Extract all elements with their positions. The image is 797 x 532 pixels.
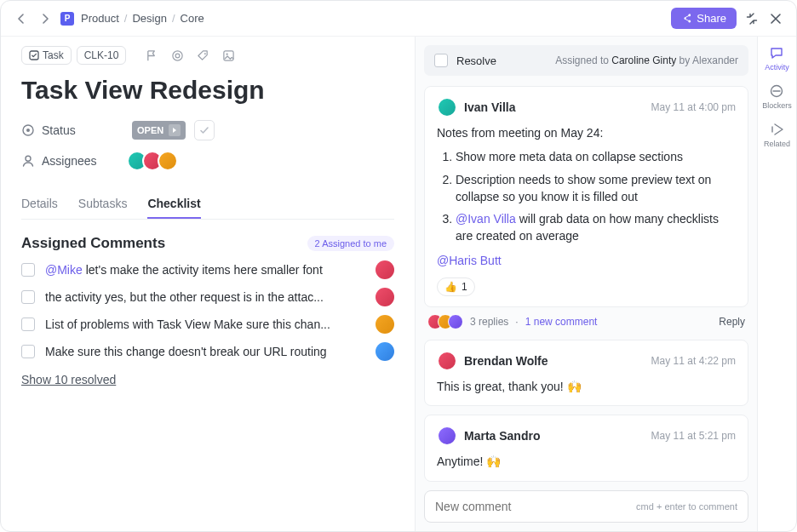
svg-point-7 — [26, 129, 30, 132]
task-icon — [29, 50, 39, 60]
comment-card: Ivan Villa May 11 at 4:00 pm Notes from … — [424, 86, 748, 331]
comment-time: May 11 at 4:00 pm — [651, 101, 736, 113]
reaction-button[interactable]: 👍 1 — [437, 277, 475, 296]
collapse-icon[interactable] — [743, 10, 760, 27]
task-id-pill[interactable]: CLK-10 — [77, 46, 127, 65]
thumbs-up-icon: 👍 — [444, 281, 457, 293]
share-button[interactable]: Share — [671, 8, 737, 29]
comment-author[interactable]: Brendan Wolfe — [464, 354, 548, 368]
project-chip: P — [60, 12, 74, 26]
assigned-comment-row[interactable]: Make sure this change doesn't break our … — [21, 342, 394, 361]
svg-point-1 — [173, 50, 182, 60]
svg-point-5 — [226, 53, 227, 54]
avatar[interactable] — [376, 342, 394, 361]
tag-icon[interactable] — [192, 45, 213, 66]
status-label: Status — [42, 123, 76, 137]
checkbox[interactable] — [21, 290, 35, 304]
resolve-label[interactable]: Resolve — [456, 54, 496, 67]
comment-time: May 11 at 4:22 pm — [651, 355, 736, 367]
new-comment-badge[interactable]: 1 new comment — [525, 316, 598, 328]
svg-point-8 — [26, 156, 31, 161]
image-icon[interactable] — [218, 45, 238, 66]
assigned-comment-text: List of problems with Task View Make sur… — [45, 317, 365, 331]
tab-checklist[interactable]: Checklist — [147, 190, 200, 219]
comment-time: May 11 at 5:21 pm — [651, 430, 736, 442]
replies-count[interactable]: 3 replies — [470, 316, 508, 328]
comment-author[interactable]: Marta Sandro — [464, 429, 540, 443]
crumb-core[interactable]: Core — [181, 12, 204, 25]
task-panel: Task CLK-10 Task View Redesign Status OP… — [1, 37, 415, 531]
checkbox[interactable] — [21, 345, 35, 358]
comment-body: Anytime! 🙌 — [437, 453, 736, 470]
share-icon — [681, 13, 692, 24]
svg-point-3 — [204, 53, 206, 54]
crumb-product[interactable]: Product — [81, 12, 119, 25]
crumb-design[interactable]: Design — [132, 12, 166, 25]
composer-hint: cmd + enter to comment — [636, 501, 737, 512]
avatar[interactable] — [376, 288, 394, 306]
resolve-bar: Resolve Assigned to Caroline Ginty by Al… — [424, 45, 748, 76]
mark-complete-button[interactable] — [194, 120, 215, 140]
assignees-icon — [21, 154, 35, 168]
target-icon[interactable] — [167, 45, 187, 66]
assigned-comment-text: @Mike let's make the activity items here… — [45, 263, 365, 277]
avatar[interactable] — [448, 314, 463, 329]
assigned-comment-row[interactable]: the activity yes, but the other request … — [21, 288, 394, 306]
nav-back-button[interactable] — [13, 10, 30, 27]
avatar[interactable] — [437, 97, 457, 117]
avatar[interactable] — [437, 351, 457, 371]
assigned-comment-text: Make sure this change doesn't break our … — [45, 345, 365, 358]
svg-point-2 — [175, 54, 180, 58]
close-icon[interactable] — [767, 10, 784, 27]
assigned-comments-heading: Assigned Comments — [21, 235, 165, 252]
tab-subtasks[interactable]: Subtasks — [78, 190, 128, 219]
tab-details[interactable]: Details — [21, 190, 58, 219]
assigned-count-badge[interactable]: 2 Assigned to me — [307, 236, 394, 251]
avatar[interactable] — [376, 315, 394, 334]
avatar[interactable] — [158, 151, 178, 171]
show-resolved-link[interactable]: Show 10 resolved — [21, 373, 394, 386]
rail-blockers[interactable]: Blockers — [762, 83, 792, 110]
rail-related[interactable]: Related — [764, 122, 790, 148]
comment-card: Marta Sandro May 11 at 5:21 pm Anytime! … — [424, 415, 748, 481]
assigned-comment-row[interactable]: @Mike let's make the activity items here… — [21, 260, 394, 279]
avatar[interactable] — [376, 260, 394, 279]
nav-forward-button[interactable] — [37, 10, 54, 27]
checkbox[interactable] — [21, 317, 35, 331]
resolve-checkbox[interactable] — [434, 54, 448, 67]
assignees-avatars[interactable] — [132, 151, 178, 171]
comment-card: Brendan Wolfe May 11 at 4:22 pm This is … — [424, 340, 748, 406]
comment-body: This is great, thank you! 🙌 — [437, 378, 736, 395]
status-badge[interactable]: OPEN — [132, 121, 186, 140]
assigned-comment-row[interactable]: List of problems with Task View Make sur… — [21, 315, 394, 334]
task-title[interactable]: Task View Redesign — [21, 76, 394, 105]
assignees-label: Assignees — [42, 154, 97, 168]
flag-icon[interactable] — [141, 45, 162, 66]
avatar[interactable] — [437, 426, 457, 446]
comment-author[interactable]: Ivan Villa — [464, 100, 515, 114]
reply-button[interactable]: Reply — [719, 316, 745, 328]
tabs: Details Subtasks Checklist — [21, 190, 394, 220]
right-rail: Activity Blockers Related — [757, 37, 796, 531]
comment-composer[interactable]: cmd + enter to comment — [424, 490, 748, 523]
blocker-icon — [769, 83, 784, 99]
rail-activity[interactable]: Activity — [765, 45, 789, 72]
topbar: P Product / Design / Core Share — [1, 1, 796, 37]
assigned-to-text: Assigned to Caroline Ginty by Alexander — [555, 54, 738, 66]
assigned-comment-text: the activity yes, but the other request … — [45, 290, 365, 304]
related-icon — [770, 122, 785, 137]
svg-rect-4 — [224, 50, 233, 60]
comment-body: Notes from meeting on May 24: Show more … — [437, 124, 736, 269]
comment-input[interactable] — [435, 500, 636, 513]
status-next-icon[interactable] — [169, 124, 181, 136]
checkbox[interactable] — [21, 263, 35, 277]
breadcrumb[interactable]: P Product / Design / Core — [60, 12, 204, 26]
replies-row: 3 replies · 1 new comment Reply — [424, 307, 748, 331]
chat-icon — [769, 45, 784, 60]
status-icon — [21, 123, 35, 137]
task-type-pill[interactable]: Task — [21, 46, 72, 65]
activity-panel: Resolve Assigned to Caroline Ginty by Al… — [415, 37, 757, 531]
mention[interactable]: @Haris Butt — [437, 254, 502, 267]
